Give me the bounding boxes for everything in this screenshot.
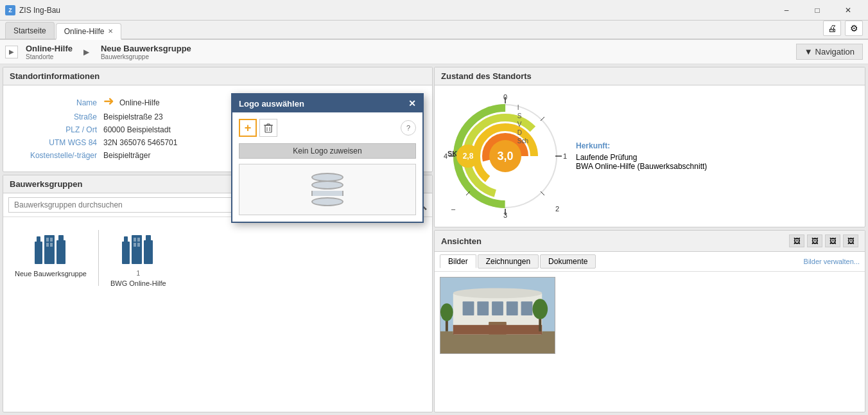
standort-value-kosten: Beispielträger	[103, 151, 150, 160]
settings-button[interactable]: ⚙	[845, 21, 863, 36]
svg-rect-5	[46, 238, 49, 242]
main-content: Standortinformationen Name ➜ Online-Hilf…	[0, 64, 868, 415]
modal-close-button[interactable]: ✕	[408, 98, 416, 109]
bilder-verwalten-link[interactable]: Bilder verwalten...	[804, 258, 860, 265]
breadcrumb-item-1: Online-Hilfe Standorte	[21, 44, 78, 60]
bauwerk-label-bwg: BWG Online-Hilfe	[110, 279, 166, 287]
svg-rect-2	[44, 235, 55, 264]
sk-label: SK	[447, 150, 457, 157]
right-panel: Zustand des Standorts	[434, 67, 865, 412]
axis-bottom: 3	[503, 211, 507, 219]
app-icon: Z	[5, 5, 15, 15]
svg-rect-38	[521, 301, 533, 315]
ansichten-tabs-bar: Bilder Zeichnungen Dokumente Bilder verw…	[435, 252, 865, 272]
svg-rect-17	[137, 243, 140, 247]
svg-rect-1	[37, 236, 40, 243]
svg-rect-12	[144, 240, 153, 264]
app-title: ZIS Ing-Bau	[19, 6, 772, 15]
axis-bottom-right: 2	[555, 205, 559, 213]
db-icon	[311, 173, 343, 206]
herkunft-title: Herkunft:	[576, 141, 707, 150]
bauwerk-building-icon-neue	[31, 229, 70, 267]
logo-modal: Logo auswählen ✕ + ?	[231, 93, 424, 223]
breadcrumb-sub-1: Standorte	[26, 53, 53, 60]
ansichten-card: Ansichten 🖼 🖼 🖼 🖼 Bilder Zeichnungen Dok…	[434, 230, 865, 412]
bauwerk-item-neue[interactable]: Neue Bauwerksgruppe	[10, 224, 92, 292]
standort-value-strasse: Beispielstraße 23	[103, 112, 163, 121]
svg-rect-31	[440, 331, 555, 354]
axis-top: 0	[503, 93, 507, 101]
maximize-button[interactable]: □	[803, 0, 832, 21]
standort-label-name: Name	[13, 98, 97, 107]
modal-body: + ? Kein Logo zuweisen	[232, 112, 422, 222]
breadcrumb-bar: ▶ Online-Hilfe Standorte ▶ Neue Bauwerks…	[0, 40, 868, 64]
svg-rect-34	[463, 301, 474, 315]
herkunft-line2: BWA Online-Hilfe (Bauwerksabschnitt)	[576, 162, 707, 171]
donut-chart: SK 2,8 3,0 0 1 2 3 – 4 ISVDSch	[441, 92, 569, 220]
svg-rect-9	[122, 242, 130, 264]
tab-bilder[interactable]: Bilder	[440, 254, 476, 269]
nav-label: Navigation	[815, 47, 855, 57]
svg-rect-6	[50, 238, 53, 242]
bauwerk-building-icon-bwg	[119, 229, 157, 267]
modal-help-button[interactable]: ?	[401, 120, 416, 136]
modal-add-button[interactable]: +	[239, 119, 257, 137]
svg-rect-40	[453, 325, 542, 335]
breadcrumb-main-1: Online-Hilfe	[26, 44, 73, 53]
svg-rect-0	[35, 242, 42, 264]
tab-close-icon[interactable]: ✕	[108, 28, 113, 35]
ansichten-icon-btn-2[interactable]: 🖼	[807, 234, 822, 247]
svg-rect-4	[58, 235, 64, 242]
svg-rect-14	[134, 238, 136, 242]
svg-rect-7	[46, 243, 49, 247]
standort-label-kosten: Kostenstelle/-träger	[13, 151, 97, 160]
building-photo	[440, 277, 555, 354]
svg-rect-15	[137, 238, 140, 242]
bauwerk-label-neue: Neue Bauwerksgruppe	[15, 270, 87, 278]
print-button[interactable]: 🖨	[823, 21, 841, 36]
tab-zeichnungen[interactable]: Zeichnungen	[478, 254, 539, 269]
axis-bottom-left: –	[451, 205, 455, 213]
standort-label-plz: PLZ / Ort	[13, 125, 97, 134]
svg-point-33	[453, 288, 542, 298]
herkunft-line1: Laufende Prüfung	[576, 153, 707, 162]
navigation-button[interactable]: ▼ Navigation	[796, 44, 863, 60]
axis-right: 1	[563, 152, 567, 160]
standort-label-strasse: Straße	[13, 112, 97, 121]
breadcrumb-item-2: Neue Bauwerksgruppe Bauwerksgruppe	[96, 44, 196, 60]
axis-left: 4	[444, 152, 447, 160]
titlebar: Z ZIS Ing-Bau – □ ✕	[0, 0, 868, 21]
sk-value: 2,8	[456, 145, 480, 168]
breadcrumb-main-2: Neue Bauwerksgruppe	[101, 44, 191, 53]
nav-arrow-icon: ▼	[804, 47, 813, 57]
bauwerk-count-bwg: 1	[137, 270, 141, 277]
ansichten-icon-btn-3[interactable]: 🖼	[825, 234, 840, 247]
breadcrumb-arrow: ▶	[80, 46, 93, 58]
bauwerk-divider	[98, 230, 99, 286]
ansichten-icon-btn-1[interactable]: 🖼	[789, 234, 804, 247]
ring-labels: ISVDSch	[517, 103, 528, 145]
close-button[interactable]: ✕	[833, 0, 863, 21]
standort-value-plz: 60000 Beispielstadt	[103, 125, 171, 134]
bauwerk-item-bwg[interactable]: 1 BWG Online-Hilfe	[105, 224, 171, 292]
svg-rect-37	[507, 301, 518, 315]
svg-rect-16	[134, 243, 136, 247]
ansichten-icon-btn-4[interactable]: 🖼	[843, 234, 858, 247]
modal-delete-button[interactable]	[259, 119, 277, 137]
modal-assign-button[interactable]: Kein Logo zuweisen	[239, 143, 416, 159]
orange-arrow-icon: ➜	[103, 93, 114, 109]
zustand-header: Zustand des Standorts	[435, 67, 865, 85]
breadcrumb-play-button[interactable]: ▶	[5, 46, 18, 58]
standort-value-name: Online-Hilfe	[119, 98, 160, 107]
ansichten-icons: 🖼 🖼 🖼 🖼	[789, 234, 858, 247]
modal-preview	[239, 164, 416, 215]
ansichten-title: Ansichten	[441, 236, 482, 246]
tab-startseite[interactable]: Startseite	[5, 22, 55, 39]
tab-online-hilfe[interactable]: Online-Hilfe ✕	[56, 23, 122, 40]
modal-header: Logo auswählen ✕	[232, 94, 422, 112]
window-controls: – □ ✕	[772, 0, 863, 21]
minimize-button[interactable]: –	[772, 0, 801, 21]
zustand-content: SK 2,8 3,0 0 1 2 3 – 4 ISVDSch	[435, 85, 865, 227]
tab-dokumente[interactable]: Dokumente	[540, 254, 596, 269]
modal-toolbar: + ?	[239, 119, 416, 137]
